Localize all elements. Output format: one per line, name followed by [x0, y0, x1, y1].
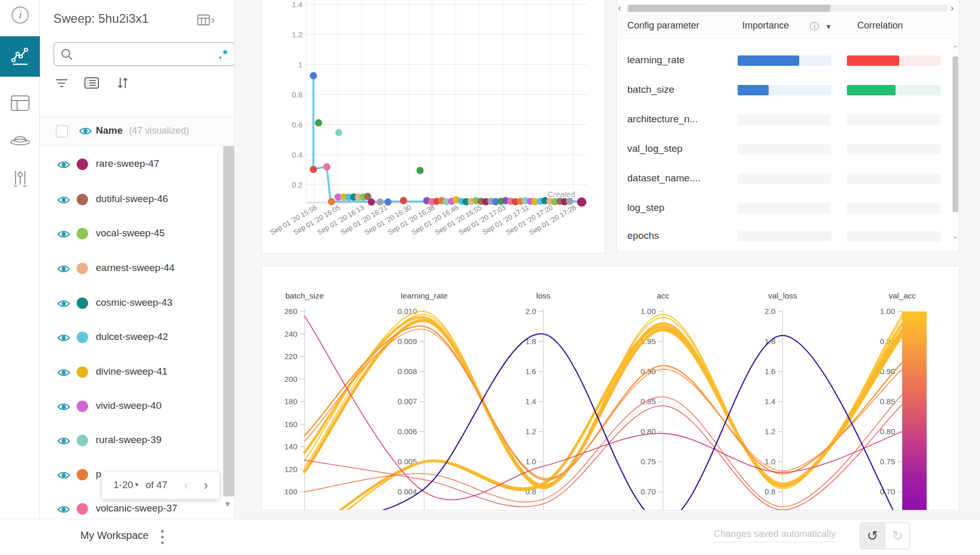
svg-text:0.009: 0.009 [397, 337, 417, 346]
svg-text:1.4: 1.4 [765, 397, 775, 406]
visibility-eye-icon[interactable] [57, 470, 70, 480]
run-name[interactable]: vivid-sweep-40 [96, 400, 162, 411]
visibility-eye-icon[interactable] [79, 126, 92, 136]
run-name[interactable]: vocal-sweep-45 [96, 227, 165, 239]
run-row[interactable]: dulcet-sweep-42 [40, 320, 224, 354]
sort-icon[interactable] [116, 76, 130, 92]
kebab-menu-icon[interactable]: ••• [161, 529, 164, 546]
run-row[interactable]: rural-sweep-39 [40, 423, 224, 458]
empty-bar [738, 115, 831, 125]
config-parameter-name[interactable]: architecture_n... [627, 113, 698, 125]
run-row[interactable]: dutiful-sweep-46 [40, 182, 224, 217]
config-parameter-name[interactable]: learning_rate [627, 54, 685, 66]
run-name[interactable]: dulcet-sweep-42 [96, 331, 168, 343]
col-importance[interactable]: Importance [742, 20, 789, 31]
visibility-eye-icon[interactable] [57, 333, 70, 343]
select-all-checkbox[interactable] [56, 125, 68, 137]
config-parameter-name[interactable]: dataset_name.... [627, 173, 701, 184]
config-parameter-name[interactable]: log_step [627, 202, 665, 214]
config-parameter-name[interactable]: batch_size [627, 84, 674, 95]
visibility-eye-icon[interactable] [57, 160, 70, 170]
run-name[interactable]: divine-sweep-41 [96, 366, 167, 377]
nav-sweep[interactable] [0, 118, 40, 159]
svg-text:220: 220 [284, 352, 297, 361]
list-scrollbar[interactable] [223, 146, 234, 496]
run-color-dot [77, 263, 88, 274]
scroll-right-icon[interactable]: › [950, 3, 954, 13]
undo-redo-group: ↺ ↻ [860, 522, 910, 549]
run-row[interactable]: vivid-sweep-40 [40, 389, 224, 423]
run-name[interactable]: p [96, 468, 102, 480]
filter-icon[interactable] [55, 78, 68, 91]
visibility-eye-icon[interactable] [57, 195, 70, 205]
column-name-label: Name [96, 125, 123, 136]
visibility-eye-icon[interactable] [57, 402, 70, 412]
run-row[interactable]: rare-sweep-47 [40, 147, 224, 181]
parallel-coordinates-chart[interactable]: batch_size260240220200180160140120100lea… [262, 266, 959, 510]
col-correlation[interactable]: Correlation [857, 20, 903, 31]
sliders-icon [10, 170, 31, 188]
importance-hscrollbar: ‹ › [617, 4, 960, 13]
sweep-table-link[interactable]: › [197, 13, 214, 27]
run-name[interactable]: earnest-sweep-44 [96, 262, 175, 274]
svg-text:100: 100 [284, 487, 297, 496]
nav-runs-table[interactable] [0, 83, 40, 123]
run-row[interactable]: divine-sweep-41 [40, 355, 224, 389]
metric-bar [738, 85, 831, 95]
info-circle-icon[interactable]: ⓘ [810, 20, 819, 33]
visibility-eye-icon[interactable] [57, 367, 70, 378]
metric-bar [738, 55, 831, 66]
workspace-title[interactable]: My Workspace [80, 530, 149, 542]
prev-page-button[interactable]: ‹ [184, 477, 189, 493]
regex-toggle-icon[interactable]: .* [219, 47, 228, 62]
run-name[interactable]: rare-sweep-47 [96, 158, 160, 169]
vscroll-thumb[interactable] [953, 56, 958, 212]
workspace-bar: My Workspace ••• Changes saved automatic… [0, 519, 980, 555]
col-config-parameter[interactable]: Config parameter [627, 20, 699, 31]
visibility-eye-icon[interactable] [57, 504, 70, 515]
nav-workspace-charts[interactable] [0, 36, 40, 77]
importance-table-header: Config parameter Importance ⓘ ▼ Correlat… [617, 15, 953, 39]
svg-text:160: 160 [284, 420, 297, 429]
redo-button[interactable]: ↻ [885, 523, 910, 549]
run-color-dot [77, 228, 88, 239]
svg-text:1.0: 1.0 [525, 457, 536, 466]
page-range-dropdown[interactable]: 1-20 [113, 479, 133, 491]
undo-button[interactable]: ↺ [860, 523, 885, 549]
scroll-down-icon[interactable]: ▾ [225, 499, 230, 509]
svg-text:0.6: 0.6 [292, 120, 302, 129]
sort-desc-icon[interactable]: ▼ [825, 23, 832, 31]
hscroll-thumb[interactable] [628, 5, 830, 12]
svg-text:0.8: 0.8 [765, 487, 775, 496]
next-page-button[interactable]: › [204, 477, 208, 493]
scroll-up-icon[interactable]: ⌃ [952, 44, 958, 52]
run-name[interactable]: volcanic-sweep-37 [96, 503, 177, 514]
run-name[interactable]: rural-sweep-39 [96, 434, 162, 446]
empty-bar [847, 115, 941, 125]
visibility-eye-icon[interactable] [57, 264, 70, 274]
svg-text:0.70: 0.70 [641, 487, 656, 496]
run-row[interactable]: vocal-sweep-45 [40, 217, 224, 251]
scroll-down-icon[interactable]: ⌄ [952, 232, 958, 240]
run-row[interactable]: earnest-sweep-44 [40, 251, 224, 286]
visibility-eye-icon[interactable] [57, 298, 70, 309]
svg-text:240: 240 [284, 330, 297, 338]
run-search-input[interactable] [77, 45, 207, 64]
run-name[interactable]: dutiful-sweep-46 [96, 193, 168, 205]
svg-text:acc: acc [657, 291, 669, 300]
svg-text:180: 180 [284, 397, 297, 406]
table-icon [10, 95, 30, 111]
created-scatter-chart[interactable]: 1.41.210.80.60.40.2Sep 01 '20 15:56Sep 0… [262, 0, 604, 253]
page-total-label: of 47 [146, 479, 167, 491]
visibility-eye-icon[interactable] [57, 229, 70, 239]
scroll-left-icon[interactable]: ‹ [618, 3, 621, 13]
run-name[interactable]: cosmic-sweep-43 [96, 297, 172, 308]
visibility-eye-icon[interactable] [57, 436, 70, 446]
run-row[interactable]: cosmic-sweep-43 [40, 286, 224, 320]
nav-sweep-controls[interactable] [0, 159, 40, 199]
info-icon[interactable]: i [0, 0, 40, 30]
config-parameter-name[interactable]: epochs [627, 230, 659, 241]
run-color-dot [77, 401, 88, 412]
config-parameter-name[interactable]: val_log_step [627, 143, 683, 154]
group-panel-icon[interactable] [84, 77, 99, 91]
